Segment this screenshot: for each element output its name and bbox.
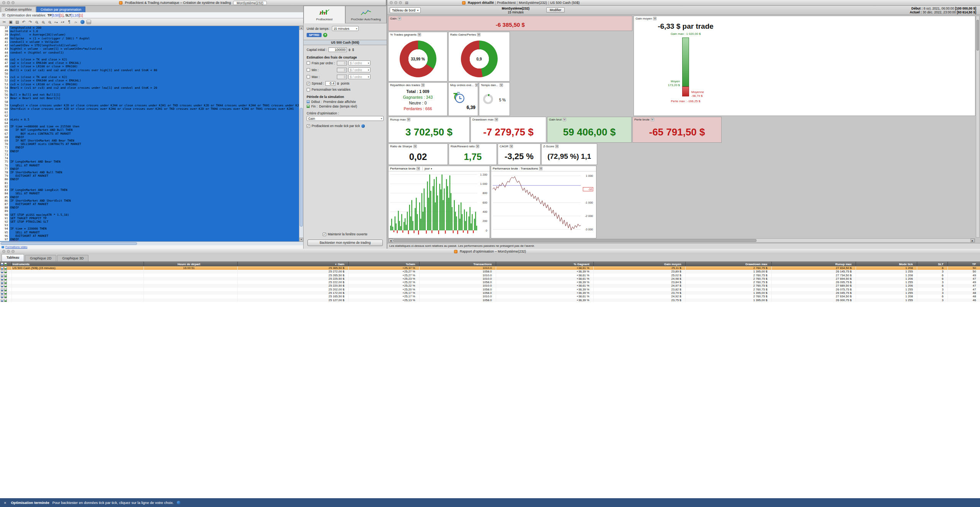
minimize-button[interactable] (7, 250, 10, 253)
modify-button[interactable]: Modifier (546, 7, 565, 13)
spread-checkbox[interactable]: ✓ (307, 82, 310, 85)
wrench-icon[interactable]: ⚒ (418, 33, 421, 36)
column-header--gagnant[interactable]: % Gagnant (496, 262, 593, 266)
formations-video-link[interactable]: Formations vidéo (5, 245, 28, 249)
add-instrument-button[interactable]: + (323, 33, 327, 37)
column-header-gain-moyen[interactable]: Gain moyen (593, 262, 685, 266)
column-header-slt[interactable]: SLT (917, 262, 947, 266)
table-row[interactable]: 25 127,00 $+25,13 %1058.0+36,39 %23,75 $… (0, 298, 980, 302)
tab-graphique-3d[interactable]: Graphique 3D (57, 255, 88, 261)
wrench-icon[interactable]: ⚒ (421, 83, 425, 87)
variables-optimization-bar[interactable]: ⚒ Optimisation des variables: TP[5;50][1… (0, 12, 303, 18)
column-header-heure-de-d-part[interactable]: Heure de départ (144, 262, 237, 266)
close-button[interactable] (390, 1, 393, 4)
table-row[interactable]: 25 222,00 $+25,22 %1058.0+36,39 %23,84 $… (0, 280, 980, 284)
fee-input[interactable] (337, 75, 347, 79)
table-row[interactable]: 25 202,00 $+25,20 %1058.0+36,39 %23,82 $… (0, 288, 980, 291)
wrench-icon[interactable]: ⚒ (539, 167, 542, 170)
column-header-runup-max[interactable]: Runup max (771, 262, 856, 266)
scroll-down-icon[interactable]: ▼ (299, 238, 303, 241)
fee-checkbox[interactable] (307, 75, 310, 78)
wrench-icon[interactable]: ⚒ (416, 167, 420, 170)
column-header-transactions[interactable]: Transactions (419, 262, 496, 266)
tab-creation-simplifiee[interactable]: Création simplifiée (1, 7, 36, 12)
fee-checkbox[interactable] (307, 61, 310, 65)
font-decrease-icon[interactable]: A▼ (60, 20, 65, 25)
column-header-tp[interactable]: TP (947, 262, 980, 266)
scrollbar-thumb[interactable] (393, 239, 756, 242)
wrench-icon[interactable]: ⚒ (477, 33, 480, 36)
window-tab[interactable]: MonSystème(232) (233, 1, 266, 5)
period-end-value[interactable]: Dernière date (temps réel) (319, 104, 357, 108)
custom-vars-checkbox[interactable] (307, 88, 310, 91)
wrench-icon[interactable]: ⚒ (407, 118, 410, 121)
spread-input[interactable] (325, 81, 335, 86)
period-start-value[interactable]: Première date affichée (323, 100, 356, 104)
wrench-icon[interactable]: ⚒ (495, 118, 498, 121)
tab-proorder-autotrading[interactable]: ProOrder AutoTrading (345, 6, 387, 23)
period-dropdown[interactable]: jour ▾ (422, 167, 432, 170)
close-icon[interactable]: × (2, 500, 8, 505)
copy-icon[interactable]: ▣ (8, 20, 13, 25)
scroll-left-icon[interactable]: ◀ (389, 239, 393, 242)
zoom-button[interactable] (11, 1, 15, 4)
capital-input[interactable] (328, 47, 347, 52)
wrench-icon[interactable]: ⚒ (398, 17, 401, 20)
criterion-select[interactable]: Gain ▾ (307, 116, 384, 121)
font-increase-icon[interactable]: A▲ (54, 20, 59, 25)
list-icon[interactable]: ▤ (405, 1, 408, 5)
zoom-out-icon[interactable]: ⚲ (46, 18, 54, 26)
scrollbar-thumb[interactable] (1, 242, 137, 245)
view-selector[interactable]: Tableau de bord ▾ (390, 7, 421, 13)
zoom-button[interactable] (11, 250, 15, 253)
table-row[interactable]: 25 265,50 $+25,27 %1010.0+38,61 %25,02 $… (0, 274, 980, 277)
editor-horizontal-scrollbar[interactable] (0, 241, 303, 245)
wrench-icon[interactable]: ⚒ (476, 145, 479, 148)
fee-unit-select[interactable]: $ / ordre▾ (348, 60, 371, 65)
fee-input[interactable] (337, 68, 347, 72)
fee-checkbox[interactable] (307, 68, 310, 72)
capital-stepper[interactable] (348, 49, 351, 51)
fee-unit-select[interactable]: $ / ordre▾ (348, 67, 371, 72)
table-row[interactable]: 25 225,50 $+25,23 %1010.0+38,61 %24,98 $… (0, 277, 980, 280)
column-header-instruments[interactable]: Instruments (11, 262, 144, 266)
redo-icon[interactable]: ↷ (28, 20, 33, 25)
instrument-badge[interactable]: SPTRD (307, 33, 322, 37)
minimize-button[interactable] (394, 1, 397, 4)
backtest-button[interactable]: Backtester mon système de trading (307, 240, 383, 246)
tab-tableau[interactable]: Tableau (2, 254, 24, 261)
paragraph-icon[interactable]: ¶ (67, 20, 72, 25)
column-header-gain[interactable]: ▼Gain (237, 262, 348, 266)
tab-probacktest[interactable]: ProBacktest (304, 6, 345, 23)
minimize-button[interactable] (7, 1, 10, 4)
print-icon[interactable] (87, 20, 91, 24)
tab-graphique-2d[interactable]: Graphique 2D (25, 255, 56, 261)
wrench-icon[interactable]: ⚒ (475, 83, 479, 87)
spread-stepper[interactable] (337, 82, 339, 85)
fee-unit-select[interactable]: $ / ordre▾ (348, 74, 371, 79)
wrench-icon[interactable]: ⚒ (563, 118, 566, 121)
cut-icon[interactable]: ✂ (2, 20, 7, 25)
table-row[interactable]: 25 165,50 $+25,17 %1010.0+38,61 %24,92 $… (0, 295, 980, 298)
scrollbar-thumb[interactable] (300, 108, 303, 227)
undo-icon[interactable]: ↶ (21, 20, 26, 25)
table-row[interactable]: 25 272,00 $+25,27 %1058.0+36,39 %23,89 $… (0, 270, 980, 273)
wrench-icon[interactable]: ⚒ (413, 145, 417, 148)
wrench-icon[interactable]: ⚒ (651, 118, 654, 121)
wrench-icon[interactable]: ⚒ (555, 145, 559, 148)
close-button[interactable] (2, 250, 5, 253)
dashboard-vertical-scrollbar[interactable] (976, 16, 980, 238)
column-header-mode-tick[interactable]: Mode tick (856, 262, 917, 266)
table-row[interactable]: 25 172,00 $+25,17 %1058.0+36,39 %23,79 $… (0, 291, 980, 295)
code-area[interactable]: 37lengthvolstd = 20038multvolstd = 1.039… (0, 26, 303, 241)
function-icon[interactable]: ƒx (73, 20, 78, 25)
zoom-button[interactable] (399, 1, 402, 4)
tab-creation-par-programmation[interactable]: Création par programmation (36, 7, 85, 12)
table-row[interactable]: 25 220,50 $+25,22 %1010.0+38,61 %24,97 $… (0, 284, 980, 287)
column-header-drawdown-max[interactable]: Drawdown max (685, 262, 771, 266)
close-button[interactable] (2, 1, 5, 4)
keep-open-checkbox[interactable]: ✓ (323, 233, 326, 236)
editor-vertical-scrollbar[interactable]: ▲ ▼ (299, 26, 303, 241)
scroll-right-icon[interactable]: ▶ (970, 239, 975, 242)
tick-mode-checkbox[interactable]: ✓ (307, 124, 310, 128)
